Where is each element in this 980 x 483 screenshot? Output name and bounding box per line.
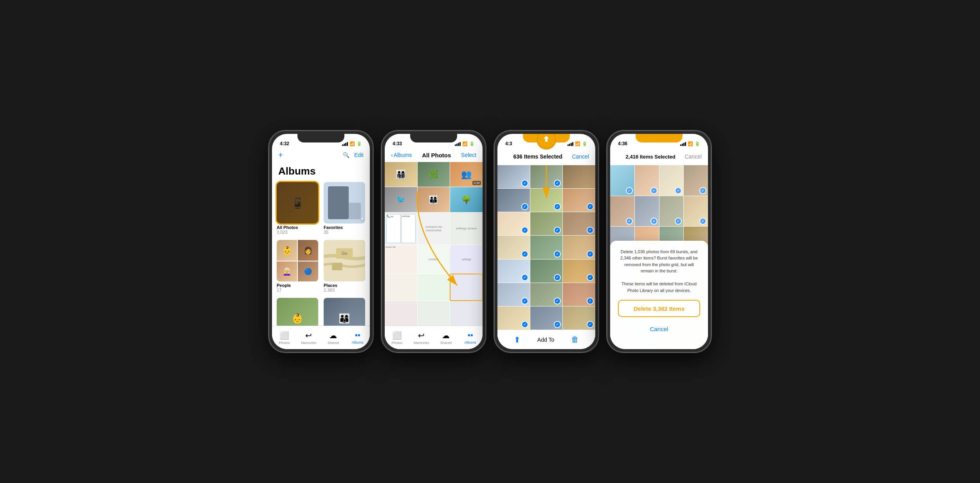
sel-photo-14[interactable] (530, 260, 563, 283)
edit-button-1[interactable]: Edit (354, 152, 364, 158)
tab-albums-1[interactable]: ▪▪ Albums (346, 331, 370, 344)
photo-12[interactable]: settings (450, 245, 483, 274)
tab-shared-2[interactable]: ☁ Shared (434, 331, 458, 345)
photo-1[interactable]: 👨‍👩‍👧‍👦 (385, 162, 417, 187)
shared-icon-1: ☁ (329, 331, 337, 340)
sel-photo-18[interactable] (563, 283, 595, 306)
sel-photo-3[interactable] (563, 165, 595, 188)
cancel-button-3[interactable]: Cancel (572, 153, 589, 160)
sel-photo-19[interactable] (497, 306, 530, 330)
check-6 (587, 203, 594, 210)
check-15 (587, 274, 594, 281)
all-photos-label: All Photos (277, 225, 318, 230)
sel-photo-21[interactable] (563, 306, 595, 330)
sel-photo-20[interactable] (530, 306, 563, 330)
album-6[interactable]: 👨‍👩‍👦 (324, 298, 365, 326)
sel-photo-7[interactable] (497, 212, 530, 235)
action-bar-3: ⬆ Add To 🗑 (497, 330, 595, 349)
photo-5[interactable]: 👨‍👩‍👦 (418, 187, 450, 212)
sel-photo-5[interactable] (530, 189, 563, 212)
sel-photo-6[interactable] (563, 189, 595, 212)
check-7 (521, 227, 528, 234)
all-photos-count: 3,023 (277, 230, 318, 234)
sel-photo-16[interactable] (497, 283, 530, 306)
tab-photos-2[interactable]: ⬜ Photos (385, 331, 409, 345)
delete-button-3[interactable]: 🗑 (571, 335, 579, 344)
check4-2 (650, 187, 658, 194)
sel4-photo-8 (684, 196, 708, 227)
album-all-photos[interactable]: 📱 All Photos 3,023 (277, 182, 318, 234)
shared-icon-2: ☁ (442, 331, 450, 340)
photo-8[interactable]: contacts list screenshot (418, 213, 450, 245)
check4-7 (675, 218, 682, 225)
tab-memories-2[interactable]: ↩ Memories (409, 331, 434, 345)
battery-icon-4: 🔋 (695, 141, 700, 146)
sel-photo-9[interactable] (563, 212, 595, 235)
photo-4[interactable]: 🐦 (385, 187, 417, 212)
sel-photo-8[interactable] (530, 212, 563, 235)
sel4-photo-3 (659, 165, 684, 196)
photo-2[interactable]: 🌿 (418, 162, 450, 187)
photo-3[interactable]: 👥 0:36 (450, 162, 483, 187)
svg-rect-0 (324, 240, 365, 281)
status-icons-1: 📶 🔋 (342, 141, 362, 146)
check-14 (554, 274, 561, 281)
sel-photo-4[interactable] (497, 189, 530, 212)
photo-18[interactable] (450, 301, 483, 326)
share-button-3[interactable]: ⬆ (514, 335, 521, 344)
check-18 (587, 297, 594, 305)
tab-shared-1[interactable]: ☁ Shared (321, 331, 346, 345)
tab-memories-1[interactable]: ↩ Memories (297, 331, 321, 345)
search-button-1[interactable]: 🔍 (343, 152, 349, 158)
back-button-2[interactable]: ‹ Albums (391, 152, 412, 158)
sel4-photo-4 (684, 165, 708, 196)
sel-photo-13[interactable] (497, 260, 530, 283)
delete-items-button[interactable]: Delete 3,382 Items (618, 300, 700, 317)
sel-photo-12[interactable] (563, 236, 595, 259)
photo-13[interactable] (385, 274, 417, 300)
sel-photo-11[interactable] (530, 236, 563, 259)
photo-6[interactable]: 🌳 (450, 187, 483, 212)
content-1: 📱 All Photos 3,023 ♥ (272, 179, 370, 326)
photo-7[interactable]: 📞 list settings (385, 213, 417, 245)
sel-photo-1[interactable] (497, 165, 530, 188)
album-favorites[interactable]: ♥ Favorites 35 (324, 182, 365, 234)
places-label: Places (324, 283, 365, 288)
select-button-2[interactable]: Select (461, 152, 476, 158)
album-6-thumb: 👨‍👩‍👦 (324, 298, 365, 326)
tab-bar-1: ⬜ Photos ↩ Memories ☁ Shared ▪▪ Albums (272, 326, 370, 349)
album-places[interactable]: Go Places 2,383 (324, 240, 365, 292)
cancel-button-4[interactable]: Cancel (685, 153, 702, 160)
check4-6 (650, 218, 658, 225)
svg-text:Go: Go (342, 251, 347, 256)
sel4-photo-7 (659, 196, 684, 227)
photo-16[interactable] (385, 301, 417, 326)
people-thumb: 👶 👩 👩‍🦳 🔵 (277, 240, 318, 281)
battery-icon-1: 🔋 (357, 141, 362, 146)
favorites-label: Favorites (324, 225, 365, 230)
status-icons-3: 📶 🔋 (567, 141, 587, 146)
albums-header: Albums (272, 162, 370, 179)
photo-9[interactable]: settings screen (450, 213, 483, 245)
albums-label-1: Albums (352, 341, 364, 344)
add-to-label-3[interactable]: Add To (537, 337, 554, 343)
time-4: 4:36 (618, 141, 627, 146)
tab-albums-2[interactable]: ▪▪ Albums (458, 331, 483, 344)
photo-10[interactable]: phone list (385, 245, 417, 274)
add-button-1[interactable]: + (278, 151, 283, 160)
album-5[interactable]: 👶 (277, 298, 318, 326)
cancel-delete-button[interactable]: Cancel (618, 320, 700, 337)
tab-photos-1[interactable]: ⬜ Photos (272, 331, 297, 345)
photo-17[interactable] (418, 301, 450, 326)
sel-photo-15[interactable] (563, 260, 595, 283)
signal-icon-3 (567, 142, 573, 146)
photo-14[interactable] (418, 274, 450, 300)
photo-15[interactable] (450, 274, 483, 300)
sel-photo-10[interactable] (497, 236, 530, 259)
sel-photo-2[interactable] (530, 165, 563, 188)
photo-11[interactable]: contacts (418, 245, 450, 274)
wifi-icon-2: 📶 (462, 141, 468, 146)
sel-photo-17[interactable] (530, 283, 563, 306)
album-people[interactable]: 👶 👩 👩‍🦳 🔵 (277, 240, 318, 292)
photos-icon-1: ⬜ (279, 331, 289, 340)
